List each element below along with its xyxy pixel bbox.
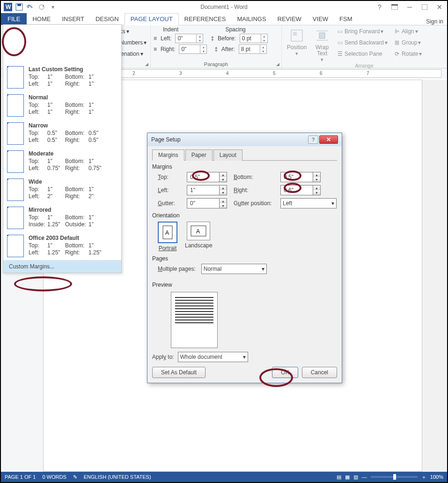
wrap-text-icon [315, 28, 330, 43]
word-app-icon[interactable]: W [3, 2, 13, 12]
page-setup-launcher-icon[interactable]: ◢ [144, 61, 149, 67]
margins-thumb-icon [7, 94, 24, 117]
bottom-label: Bottom: [234, 174, 280, 180]
undo-icon[interactable] [25, 2, 36, 12]
selection-pane-button: ☰Selection Pane [335, 49, 389, 59]
dialog-tab-margins[interactable]: Margins [152, 149, 184, 161]
dialog-close-icon[interactable]: ✕ [319, 135, 338, 144]
svg-rect-7 [422, 4, 427, 10]
tab-review[interactable]: REVIEW [272, 13, 307, 25]
close-icon[interactable]: ✕ [434, 2, 445, 12]
margins-preset-name: Moderate [29, 150, 53, 157]
dialog-title: Page Setup [151, 136, 181, 143]
chevron-down-icon: ▾ [331, 200, 334, 207]
apply-to-select[interactable]: Whole document▾ [178, 352, 248, 362]
qat-customize-icon[interactable]: ▾ [48, 2, 58, 12]
align-icon: ⊫ [393, 28, 401, 35]
status-page[interactable]: PAGE 1 OF 1 [5, 474, 36, 480]
margins-preset-name: Office 2003 Default [29, 235, 79, 241]
portrait-option[interactable]: A Portrait [158, 222, 177, 252]
margins-preset-last-custom-setting[interactable]: Last Custom SettingTop:1"Bottom:1"Left:1… [3, 63, 121, 91]
redo-icon[interactable] [37, 2, 47, 12]
landscape-option[interactable]: A Landscape [185, 222, 213, 252]
multiple-pages-select[interactable]: Normal▾ [201, 264, 267, 274]
margins-thumb-icon [7, 207, 24, 229]
bottom-input[interactable]: ▲▼ [280, 172, 321, 182]
indent-left-input[interactable]: ▲▼ [175, 34, 203, 43]
group-icon: ⊞ [393, 39, 401, 46]
web-layout-icon[interactable]: ▥ [353, 474, 358, 480]
zoom-out-icon[interactable]: ― [362, 474, 367, 480]
gutter-input[interactable]: ▲▼ [187, 198, 227, 208]
margins-preset-narrow[interactable]: NarrowTop:0.5"Bottom:0.5"Left:0.5"Right:… [3, 119, 121, 148]
maximize-icon[interactable] [419, 2, 430, 12]
gutter-label: Gutter: [158, 200, 187, 207]
spacing-before-icon: ‡ [211, 35, 214, 42]
preview-section-label: Preview [152, 282, 337, 288]
margins-thumb-icon [7, 150, 24, 173]
margins-preset-office-2003-default[interactable]: Office 2003 DefaultTop:1"Bottom:1"Left:1… [3, 232, 121, 260]
top-label: Top: [158, 174, 187, 180]
rotate-icon: ⟳ [393, 50, 401, 58]
indent-left-label: Left: [161, 35, 171, 42]
margins-preset-wide[interactable]: WideTop:1"Bottom:1"Left:2"Right:2" [3, 176, 121, 204]
spacing-before-input[interactable]: ▲▼ [240, 34, 268, 43]
tab-home[interactable]: HOME [27, 13, 56, 25]
left-input[interactable]: ▲▼ [187, 185, 227, 195]
gutter-pos-label: Gutter position: [234, 200, 280, 207]
tab-file[interactable]: FILE [1, 13, 27, 25]
sign-in-link[interactable]: Sign in [426, 18, 443, 25]
spacing-after-icon: ‡ [214, 46, 218, 52]
indent-right-input[interactable]: ▲▼ [179, 45, 207, 54]
margins-preset-normal[interactable]: NormalTop:1"Bottom:1"Left:1"Right:1" [3, 91, 121, 119]
zoom-in-icon[interactable]: ＋ [421, 474, 426, 481]
paragraph-launcher-icon[interactable]: ◢ [275, 61, 280, 67]
status-words[interactable]: 0 WORDS [42, 474, 66, 480]
dialog-tab-paper[interactable]: Paper [185, 149, 213, 161]
group-arrange: Position▾ Wrap Text▾ ▭Bring Forward ▾ ▭S… [282, 25, 447, 68]
dialog-tab-layout[interactable]: Layout [213, 149, 242, 161]
top-input[interactable]: ▲▼ [187, 172, 227, 182]
ribbon-display-icon[interactable] [389, 2, 400, 12]
help-icon[interactable]: ? [374, 2, 385, 12]
tab-view[interactable]: VIEW [307, 13, 334, 25]
tab-references[interactable]: REFERENCES [179, 13, 232, 25]
cancel-button[interactable]: Cancel [302, 367, 337, 378]
custom-margins-item[interactable]: Custom Margins... [3, 260, 121, 273]
right-input[interactable]: ▲▼ [280, 185, 321, 195]
margins-preset-moderate[interactable]: ModerateTop:1"Bottom:1"Left:0.75"Right:0… [3, 148, 121, 176]
read-mode-icon[interactable]: ▤ [337, 474, 341, 480]
tab-fsm[interactable]: FSM [334, 13, 358, 25]
dialog-help-icon[interactable]: ? [308, 135, 318, 144]
spacing-after-label: After: [221, 46, 235, 52]
set-as-default-button[interactable]: Set As Default [152, 367, 206, 378]
pages-section-label: Pages [152, 255, 337, 262]
tab-design[interactable]: DESIGN [90, 13, 125, 25]
custom-margins-label: Custom Margins... [9, 263, 54, 270]
margins-preset-name: Mirrored [29, 207, 51, 213]
margins-section-label: Margins [152, 163, 337, 170]
gutter-pos-select[interactable]: Left▾ [280, 198, 337, 208]
portrait-icon: A [158, 222, 177, 243]
proofing-icon[interactable]: ✎ [73, 474, 77, 480]
right-label: Right: [234, 187, 280, 193]
margins-preset-mirrored[interactable]: MirroredTop:1"Bottom:1"Inside:1.25"Outsi… [3, 204, 121, 232]
margins-preset-name: Normal [29, 94, 48, 101]
minimize-icon[interactable]: ─ [404, 2, 415, 12]
tab-mailings[interactable]: MAILINGS [231, 13, 272, 25]
status-bar: PAGE 1 OF 1 0 WORDS ✎ ENGLISH (UNITED ST… [1, 472, 447, 482]
tab-insert[interactable]: INSERT [56, 13, 89, 25]
margins-dropdown: Last Custom SettingTop:1"Bottom:1"Left:1… [3, 24, 122, 273]
zoom-slider[interactable] [371, 476, 418, 478]
zoom-level[interactable]: 100% [430, 474, 443, 480]
print-layout-icon[interactable]: ▦ [345, 474, 350, 480]
indent-right-label: Right: [161, 46, 175, 52]
tab-page-layout[interactable]: PAGE LAYOUT [125, 13, 179, 25]
bring-forward-button: ▭Bring Forward ▾ [335, 26, 389, 37]
save-icon[interactable] [14, 2, 24, 12]
indent-left-icon: ≡ [154, 35, 157, 42]
spacing-after-input[interactable]: ▲▼ [239, 45, 267, 54]
ok-button[interactable]: OK [272, 367, 298, 378]
dialog-titlebar[interactable]: Page Setup ? ✕ [147, 133, 342, 146]
status-language[interactable]: ENGLISH (UNITED STATES) [84, 474, 151, 480]
